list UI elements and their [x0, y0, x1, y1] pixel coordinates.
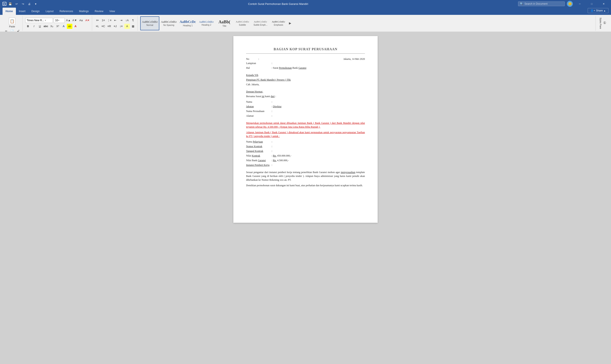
font-color-button[interactable]: A: [73, 24, 78, 29]
styles-section: AaBbCcDdEe Normal AaBbCcDdEe No Spacing …: [139, 16, 596, 31]
font-dropdown-arrow: ▾: [45, 19, 46, 21]
nama-row: Nama :: [246, 100, 365, 104]
lampiran-colon: :: [272, 61, 272, 65]
paste-label: Paste: [9, 25, 15, 28]
style-title-label: Title: [222, 25, 226, 27]
nama-colon: :: [272, 100, 272, 104]
customize-button[interactable]: ▾: [33, 1, 38, 6]
style-subtitle-preview: AaBbCcDdEe: [236, 20, 249, 23]
body3: Sesuai pengantar dari instansi pemberi k…: [246, 170, 365, 182]
underline-button[interactable]: U: [37, 24, 43, 29]
intro: Bersama Surat ini kami dari :: [246, 94, 365, 98]
strikethrough-button[interactable]: abc: [43, 24, 49, 29]
instansi-label: Instansi Pemberi Kerja: [246, 163, 272, 167]
redo-button[interactable]: ↪: [20, 1, 26, 6]
tab-view[interactable]: View: [106, 8, 118, 15]
tab-mailings[interactable]: Mailings: [76, 8, 92, 15]
align-left-button[interactable]: ≡L: [95, 24, 100, 29]
italic-button[interactable]: I: [31, 24, 37, 29]
font-family-selector[interactable]: Times New R... ▾: [25, 18, 53, 23]
tab-review[interactable]: Review: [92, 8, 106, 15]
close-button[interactable]: ✕: [599, 0, 609, 8]
jabatan-colon: : Direktur: [272, 104, 282, 108]
user-avatar[interactable]: 😊: [567, 1, 573, 7]
style-heading2-preview: AaBbCcDdEe: [199, 20, 214, 23]
font-size-selector[interactable]: 10 ▾: [54, 18, 65, 23]
style-subtle-emphasis[interactable]: AaBbCcDdEe Subtle Emph...: [251, 16, 269, 30]
style-emphasis-label: Emphasis: [274, 24, 283, 26]
highlight-button[interactable]: ab: [67, 24, 72, 29]
print-button[interactable]: 🖨: [27, 1, 32, 6]
text-effects-button[interactable]: A: [61, 24, 66, 29]
style-title-preview: AaBb(: [219, 19, 230, 24]
search-box[interactable]: 🔍: [518, 1, 565, 6]
save-button[interactable]: 💾: [8, 1, 13, 6]
align-center-button[interactable]: ≡C: [101, 24, 106, 29]
show-formatting-button[interactable]: ¶: [130, 18, 136, 23]
style-heading2[interactable]: AaBbCcDdEe Heading 2: [197, 16, 215, 30]
style-no-spacing[interactable]: AaBbCcDdEe No Spacing: [159, 16, 178, 30]
cut-button[interactable]: ✂: [3, 29, 9, 32]
multilevel-list-button[interactable]: ⋮≡: [106, 18, 112, 23]
style-heading1-preview: AaBbCcDc: [180, 20, 196, 24]
tanggal-kontrak-colon: :: [272, 149, 272, 153]
tanggal-kontrak-label: Tanggal Kontrak: [246, 149, 272, 153]
paste-button[interactable]: 📋 Paste: [7, 17, 17, 29]
style-emphasis[interactable]: AaBbCcDdEe Emphasis: [269, 16, 287, 30]
sort-button[interactable]: ↕A: [124, 18, 130, 23]
align-right-button[interactable]: ≡R: [106, 24, 112, 29]
share-button[interactable]: 👤+ Share ▲: [588, 8, 609, 13]
decrease-indent-button[interactable]: ⇤: [112, 18, 118, 23]
increase-indent-button[interactable]: ⇥: [118, 18, 124, 23]
shading-button[interactable]: A: [124, 24, 130, 29]
instansi-row: Instansi Pemberi Kerja :: [246, 163, 365, 167]
quick-access-toolbar: W 💾 ↩ ↪ 🖨 ▾: [2, 1, 38, 6]
tab-references[interactable]: References: [56, 8, 76, 15]
minimize-button[interactable]: ─: [575, 0, 585, 8]
numbering-button[interactable]: 1≡: [101, 18, 106, 23]
format-painter-button[interactable]: 🖌: [15, 29, 21, 32]
tab-insert[interactable]: Insert: [16, 8, 28, 15]
undo-button[interactable]: ↩: [14, 1, 19, 6]
recipient1-text: Pimpinan PT. Bank Mandiri ( Persero ) Tb…: [246, 78, 291, 81]
bullets-button[interactable]: ≡•: [95, 18, 100, 23]
change-case-button[interactable]: Aa: [78, 18, 84, 23]
style-title[interactable]: AaBb( Title: [215, 16, 233, 30]
search-input[interactable]: [524, 2, 563, 5]
justify-button[interactable]: ≡J: [112, 24, 118, 29]
tab-layout[interactable]: Layout: [43, 8, 57, 15]
body4: Demikian permohonan surat dukungan ini k…: [246, 183, 365, 187]
jabatan-label: Jabatan: [246, 104, 272, 108]
body2: Adapun Jaminan Bank ( Bank Garansi ) dim…: [246, 130, 365, 138]
title-bar-left: W 💾 ↩ ↪ 🖨 ▾: [2, 1, 38, 6]
decrease-font-button[interactable]: A▼: [72, 18, 78, 23]
subscript-button[interactable]: X₂: [49, 24, 54, 29]
styles-scroll-right[interactable]: ▶: [287, 16, 293, 30]
line-spacing-button[interactable]: ↕≡: [118, 24, 124, 29]
tanggal-kontrak-row: Tanggal Kontrak :: [246, 149, 365, 153]
share-label: Share: [596, 9, 603, 12]
nilai-kontrak-row: Nilai Kontrak : Rp. 450.000.000,-: [246, 154, 365, 158]
superscript-button[interactable]: X²: [55, 24, 61, 29]
increase-font-button[interactable]: A▲: [65, 18, 71, 23]
styles-pane-button[interactable]: ① Styles Pane: [597, 16, 609, 31]
paragraph-section: ≡• 1≡ ⋮≡ ⇤ ⇥ ↕A ¶ ≡L ≡C ≡R ≡J ↕≡ A ▦: [93, 16, 138, 31]
tab-home[interactable]: Home: [2, 8, 16, 15]
tab-design[interactable]: Design: [28, 8, 43, 15]
style-subtitle-label: Subtitle: [239, 24, 246, 26]
word-icon: W: [2, 2, 6, 6]
style-normal[interactable]: AaBbCcDdEe Normal: [140, 16, 159, 30]
nomor-kontrak-row: Nomor Kontrak :: [246, 144, 365, 148]
hal-colon: : Surat Permohonan Bank Garansi: [272, 66, 306, 70]
no-field: No :: [246, 57, 259, 61]
document-page[interactable]: BAGIAN KOP SURAT PERUSAHAAN No : Jakarta…: [233, 36, 378, 223]
bold-button[interactable]: B: [25, 24, 31, 29]
clear-format-button[interactable]: A✕: [85, 18, 90, 23]
maximize-button[interactable]: □: [587, 0, 597, 8]
document-area: BAGIAN KOP SURAT PERUSAHAAN No : Jakarta…: [0, 32, 611, 364]
font-section: Times New R... ▾ 10 ▾ A▲ A▼ Aa A✕ B I U …: [24, 16, 92, 31]
style-heading1[interactable]: AaBbCcDc Heading 1: [178, 16, 197, 30]
copy-button[interactable]: 📄: [9, 29, 15, 32]
style-subtitle[interactable]: AaBbCcDdEe Subtitle: [233, 16, 251, 30]
borders-button[interactable]: ▦: [130, 24, 136, 29]
